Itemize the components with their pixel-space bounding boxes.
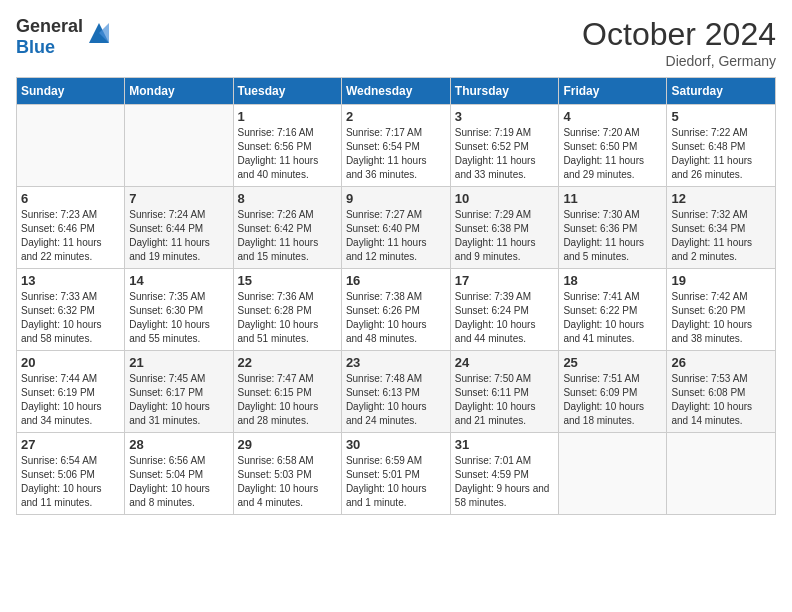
calendar-cell: 30Sunrise: 6:59 AMSunset: 5:01 PMDayligh…: [341, 433, 450, 515]
sunset-text: Sunset: 6:19 PM: [21, 386, 120, 400]
sunrise-text: Sunrise: 7:23 AM: [21, 208, 120, 222]
day-number: 9: [346, 191, 446, 206]
daylight-text: Daylight: 11 hours and 12 minutes.: [346, 236, 446, 264]
day-info: Sunrise: 7:45 AMSunset: 6:17 PMDaylight:…: [129, 372, 228, 428]
logo-icon: [85, 19, 113, 47]
weekday-header-wednesday: Wednesday: [341, 78, 450, 105]
day-info: Sunrise: 7:29 AMSunset: 6:38 PMDaylight:…: [455, 208, 555, 264]
day-number: 1: [238, 109, 337, 124]
sunrise-text: Sunrise: 7:45 AM: [129, 372, 228, 386]
weekday-header-sunday: Sunday: [17, 78, 125, 105]
sunset-text: Sunset: 6:44 PM: [129, 222, 228, 236]
day-number: 10: [455, 191, 555, 206]
daylight-text: Daylight: 10 hours and 41 minutes.: [563, 318, 662, 346]
day-number: 15: [238, 273, 337, 288]
sunset-text: Sunset: 6:22 PM: [563, 304, 662, 318]
day-info: Sunrise: 7:35 AMSunset: 6:30 PMDaylight:…: [129, 290, 228, 346]
day-number: 7: [129, 191, 228, 206]
calendar-cell: 21Sunrise: 7:45 AMSunset: 6:17 PMDayligh…: [125, 351, 233, 433]
logo-blue: Blue: [16, 37, 55, 57]
sunset-text: Sunset: 6:26 PM: [346, 304, 446, 318]
day-number: 30: [346, 437, 446, 452]
sunset-text: Sunset: 6:32 PM: [21, 304, 120, 318]
day-info: Sunrise: 7:42 AMSunset: 6:20 PMDaylight:…: [671, 290, 771, 346]
calendar-cell: 26Sunrise: 7:53 AMSunset: 6:08 PMDayligh…: [667, 351, 776, 433]
calendar-cell: 20Sunrise: 7:44 AMSunset: 6:19 PMDayligh…: [17, 351, 125, 433]
sunrise-text: Sunrise: 7:51 AM: [563, 372, 662, 386]
calendar-cell: 19Sunrise: 7:42 AMSunset: 6:20 PMDayligh…: [667, 269, 776, 351]
daylight-text: Daylight: 10 hours and 1 minute.: [346, 482, 446, 510]
calendar-cell: [17, 105, 125, 187]
daylight-text: Daylight: 11 hours and 15 minutes.: [238, 236, 337, 264]
daylight-text: Daylight: 11 hours and 29 minutes.: [563, 154, 662, 182]
day-info: Sunrise: 7:50 AMSunset: 6:11 PMDaylight:…: [455, 372, 555, 428]
day-info: Sunrise: 7:47 AMSunset: 6:15 PMDaylight:…: [238, 372, 337, 428]
day-number: 23: [346, 355, 446, 370]
sunrise-text: Sunrise: 7:41 AM: [563, 290, 662, 304]
sunrise-text: Sunrise: 7:42 AM: [671, 290, 771, 304]
day-info: Sunrise: 6:56 AMSunset: 5:04 PMDaylight:…: [129, 454, 228, 510]
day-number: 6: [21, 191, 120, 206]
calendar-cell: 25Sunrise: 7:51 AMSunset: 6:09 PMDayligh…: [559, 351, 667, 433]
calendar-cell: 9Sunrise: 7:27 AMSunset: 6:40 PMDaylight…: [341, 187, 450, 269]
logo: General Blue: [16, 16, 113, 58]
sunrise-text: Sunrise: 7:24 AM: [129, 208, 228, 222]
calendar-cell: 2Sunrise: 7:17 AMSunset: 6:54 PMDaylight…: [341, 105, 450, 187]
sunset-text: Sunset: 5:01 PM: [346, 468, 446, 482]
sunrise-text: Sunrise: 7:27 AM: [346, 208, 446, 222]
weekday-header-monday: Monday: [125, 78, 233, 105]
day-number: 25: [563, 355, 662, 370]
sunrise-text: Sunrise: 7:01 AM: [455, 454, 555, 468]
sunrise-text: Sunrise: 7:39 AM: [455, 290, 555, 304]
daylight-text: Daylight: 11 hours and 19 minutes.: [129, 236, 228, 264]
calendar-cell: 4Sunrise: 7:20 AMSunset: 6:50 PMDaylight…: [559, 105, 667, 187]
calendar-cell: [667, 433, 776, 515]
sunrise-text: Sunrise: 7:53 AM: [671, 372, 771, 386]
sunrise-text: Sunrise: 7:17 AM: [346, 126, 446, 140]
sunset-text: Sunset: 6:15 PM: [238, 386, 337, 400]
logo-general: General: [16, 16, 83, 36]
daylight-text: Daylight: 10 hours and 48 minutes.: [346, 318, 446, 346]
daylight-text: Daylight: 11 hours and 33 minutes.: [455, 154, 555, 182]
sunset-text: Sunset: 6:09 PM: [563, 386, 662, 400]
day-info: Sunrise: 7:30 AMSunset: 6:36 PMDaylight:…: [563, 208, 662, 264]
sunset-text: Sunset: 5:04 PM: [129, 468, 228, 482]
sunset-text: Sunset: 6:56 PM: [238, 140, 337, 154]
day-info: Sunrise: 7:20 AMSunset: 6:50 PMDaylight:…: [563, 126, 662, 182]
sunrise-text: Sunrise: 7:20 AM: [563, 126, 662, 140]
sunset-text: Sunset: 6:54 PM: [346, 140, 446, 154]
sunrise-text: Sunrise: 7:19 AM: [455, 126, 555, 140]
day-info: Sunrise: 7:23 AMSunset: 6:46 PMDaylight:…: [21, 208, 120, 264]
sunrise-text: Sunrise: 7:33 AM: [21, 290, 120, 304]
sunset-text: Sunset: 6:36 PM: [563, 222, 662, 236]
calendar-cell: 10Sunrise: 7:29 AMSunset: 6:38 PMDayligh…: [450, 187, 559, 269]
sunrise-text: Sunrise: 7:38 AM: [346, 290, 446, 304]
daylight-text: Daylight: 10 hours and 24 minutes.: [346, 400, 446, 428]
daylight-text: Daylight: 10 hours and 34 minutes.: [21, 400, 120, 428]
weekday-header-tuesday: Tuesday: [233, 78, 341, 105]
daylight-text: Daylight: 10 hours and 31 minutes.: [129, 400, 228, 428]
day-info: Sunrise: 7:39 AMSunset: 6:24 PMDaylight:…: [455, 290, 555, 346]
calendar-week-3: 13Sunrise: 7:33 AMSunset: 6:32 PMDayligh…: [17, 269, 776, 351]
calendar-cell: 31Sunrise: 7:01 AMSunset: 4:59 PMDayligh…: [450, 433, 559, 515]
daylight-text: Daylight: 11 hours and 36 minutes.: [346, 154, 446, 182]
calendar-cell: 15Sunrise: 7:36 AMSunset: 6:28 PMDayligh…: [233, 269, 341, 351]
sunset-text: Sunset: 6:24 PM: [455, 304, 555, 318]
sunset-text: Sunset: 6:28 PM: [238, 304, 337, 318]
calendar-cell: 16Sunrise: 7:38 AMSunset: 6:26 PMDayligh…: [341, 269, 450, 351]
page-header: General Blue October 2024 Diedorf, Germa…: [16, 16, 776, 69]
day-number: 27: [21, 437, 120, 452]
calendar-cell: 5Sunrise: 7:22 AMSunset: 6:48 PMDaylight…: [667, 105, 776, 187]
daylight-text: Daylight: 10 hours and 14 minutes.: [671, 400, 771, 428]
sunset-text: Sunset: 6:46 PM: [21, 222, 120, 236]
day-info: Sunrise: 7:44 AMSunset: 6:19 PMDaylight:…: [21, 372, 120, 428]
calendar-cell: 8Sunrise: 7:26 AMSunset: 6:42 PMDaylight…: [233, 187, 341, 269]
day-info: Sunrise: 7:41 AMSunset: 6:22 PMDaylight:…: [563, 290, 662, 346]
sunrise-text: Sunrise: 7:44 AM: [21, 372, 120, 386]
daylight-text: Daylight: 10 hours and 8 minutes.: [129, 482, 228, 510]
logo-text: General Blue: [16, 16, 83, 58]
daylight-text: Daylight: 10 hours and 58 minutes.: [21, 318, 120, 346]
calendar-cell: [559, 433, 667, 515]
day-number: 20: [21, 355, 120, 370]
day-number: 19: [671, 273, 771, 288]
